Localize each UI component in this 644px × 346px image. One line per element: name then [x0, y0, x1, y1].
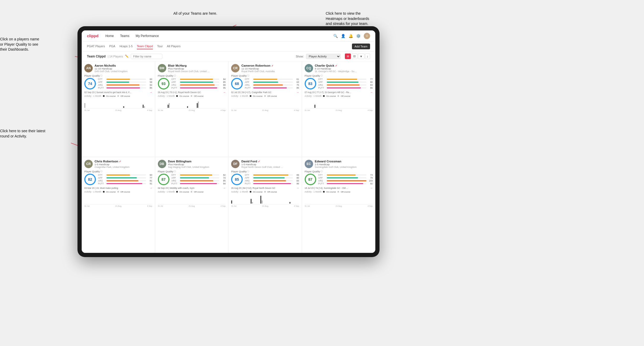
- quality-section: 83 OTT 77 APP 80 ARG 83 PUT: [305, 78, 373, 89]
- player-card[interactable]: AN Aaron Nicholls 11-15 Handicap Drift G…: [82, 61, 155, 157]
- player-avatar: CQ: [305, 64, 313, 72]
- last-round-arrow[interactable]: →: [370, 91, 373, 94]
- player-club: Royal Perth Golf Club, Australia: [241, 70, 283, 73]
- player-handicap: 1-5 Handicap: [315, 163, 373, 166]
- app-row: APP 80: [245, 177, 299, 179]
- on-course-bar: [260, 196, 261, 204]
- quality-circle[interactable]: 93: [158, 78, 169, 89]
- activity-chart: [158, 194, 226, 204]
- last-round[interactable]: 03 Mar 23 | 19, Must make putting →: [84, 187, 152, 189]
- edit-icon[interactable]: ✏️: [125, 55, 129, 58]
- nav-teams[interactable]: Teams: [120, 33, 130, 39]
- activity-header: Activity · 1 Month On course Off course: [305, 190, 373, 193]
- grid-small-view-button[interactable]: ⊟: [351, 54, 357, 59]
- chart-bar-group: [251, 199, 260, 204]
- player-club: Royal North Devon Golf Club, United Kin.…: [168, 70, 210, 73]
- player-card[interactable]: DF David Ford ✓ 1-5 Handicap Royal North…: [228, 157, 302, 253]
- player-card[interactable]: DB Dave Billingham Plus Handicap Sag Mag…: [155, 157, 229, 253]
- quality-circle[interactable]: 74: [84, 78, 96, 89]
- last-round-arrow[interactable]: →: [223, 91, 226, 94]
- heatmaps-annotation: Click here to view theHeatmaps or leader…: [326, 11, 369, 26]
- last-round[interactable]: 02 Jul 23 | 59 (+17), Craigmillar Park G…: [231, 91, 299, 94]
- filter-input[interactable]: [131, 54, 162, 59]
- on-course-bar: [123, 106, 124, 108]
- last-round[interactable]: 04 Sep 23 | Mobility with coach, Gym →: [158, 187, 226, 189]
- avatar[interactable]: U: [364, 33, 370, 39]
- player-name[interactable]: David Ford ✓: [241, 160, 299, 163]
- subnav-pga[interactable]: PGA: [109, 44, 115, 49]
- settings-icon[interactable]: ⚙️: [356, 34, 361, 38]
- activity-section: Activity · 1 Month On course Off course …: [231, 95, 299, 111]
- player-card[interactable]: CR Chris Robertson ✓ 1-5 Handicap Craigm…: [82, 157, 155, 253]
- quality-circle[interactable]: 85: [231, 174, 243, 185]
- search-icon[interactable]: 🔍: [333, 34, 338, 38]
- filter-button[interactable]: ▼: [358, 54, 365, 59]
- last-round-arrow[interactable]: →: [297, 91, 299, 94]
- player-name[interactable]: Blair McHarg: [168, 64, 226, 67]
- off-course-legend: [191, 191, 192, 193]
- player-name[interactable]: Charlie Quick ✓: [315, 64, 373, 67]
- last-round-arrow[interactable]: →: [150, 91, 152, 94]
- app-row: APP 63: [245, 81, 299, 83]
- subnav-team-clippd[interactable]: Team Clippd: [137, 44, 153, 49]
- subnav-hcaps[interactable]: Hcaps 1-5: [120, 44, 133, 49]
- player-name[interactable]: Cameron Robertson ✓: [241, 64, 299, 67]
- activity-section: Activity · 1 Month On course Off course …: [84, 95, 152, 111]
- bell-icon[interactable]: 🔔: [349, 34, 353, 38]
- last-round[interactable]: 18 Jul 23 | 74 (+4), Sunningdale GC - Ol…: [305, 187, 373, 189]
- player-handicap: 6-10 Handicap: [315, 67, 373, 70]
- quality-circle[interactable]: 68: [231, 78, 243, 89]
- on-course-bar: [143, 105, 144, 108]
- player-card[interactable]: BM Blair McHarg Plus Handicap Royal Nort…: [155, 61, 229, 157]
- player-card[interactable]: CQ Charlie Quick ✓ 6-10 Handicap St. Geo…: [302, 61, 376, 157]
- putt-row: PUTT 92: [318, 182, 373, 185]
- user-icon[interactable]: 👤: [341, 34, 345, 38]
- verified-icon: ✓: [271, 64, 273, 67]
- on-course-legend: [250, 191, 251, 193]
- add-team-button[interactable]: Add Team: [352, 44, 370, 49]
- quality-circle[interactable]: 87: [158, 174, 169, 185]
- quality-circle[interactable]: 87: [305, 174, 316, 185]
- subnav-all-players[interactable]: All Players: [167, 44, 181, 49]
- player-header: BM Blair McHarg Plus Handicap Royal Nort…: [158, 64, 226, 73]
- last-round-arrow[interactable]: →: [223, 187, 226, 189]
- player-card[interactable]: EC Edward Crossman 1-5 Handicap Sunningd…: [302, 157, 376, 253]
- subnav-pgat[interactable]: PGAT Players: [87, 44, 105, 49]
- activity-chart: [305, 98, 373, 109]
- ott-row: OTT 73: [318, 174, 373, 176]
- player-card[interactable]: CR Cameron Robertson ✓ 11-15 Handicap Ro…: [228, 61, 302, 157]
- player-info: David Ford ✓ 1-5 Handicap Royal North De…: [241, 160, 299, 168]
- player-info: Edward Crossman 1-5 Handicap Sunningdale…: [315, 160, 373, 168]
- quality-section: 87 OTT 82 APP 74 ARG 85 PUT: [158, 174, 226, 185]
- last-round[interactable]: 26 Aug 23 | 84 (+12), Royal North Devon …: [231, 187, 299, 189]
- player-avatar: DF: [231, 160, 240, 168]
- player-name[interactable]: Edward Crossman: [315, 160, 373, 163]
- player-header: DF David Ford ✓ 1-5 Handicap Royal North…: [231, 160, 299, 168]
- chart-dates: 31 Jul 21 Aug 4 Sep: [231, 205, 299, 207]
- last-round[interactable]: 02 Sep 23 | Sunset round to get back int…: [84, 91, 152, 94]
- last-round[interactable]: 26 Aug 23 | 73 (+1), Royal North Devon G…: [158, 91, 226, 94]
- sort-button[interactable]: ↕: [365, 54, 370, 59]
- stats-grid: OTT 61 APP 63 ARG 75 PUTT 85: [245, 78, 299, 89]
- ott-row: OTT 77: [318, 78, 373, 81]
- quality-circle[interactable]: 83: [305, 78, 316, 89]
- nav-home[interactable]: Home: [105, 33, 114, 39]
- player-club: St. George's Hill GC - Weybridge - Surre…: [315, 70, 357, 73]
- quality-section: 68 OTT 61 APP 63 ARG 75 PUT: [231, 78, 299, 89]
- players-grid: AN Aaron Nicholls 11-15 Handicap Drift G…: [82, 61, 375, 253]
- player-name[interactable]: Chris Robertson ✓: [95, 160, 152, 163]
- last-round-text: 07 Aug 23 | 77 (+7), St George's Hill GC…: [305, 91, 352, 94]
- quality-circle[interactable]: 82: [84, 174, 96, 185]
- show-select[interactable]: Player Activity Quality Score Trend: [306, 54, 341, 59]
- grid-view-button[interactable]: ⊞: [345, 54, 351, 59]
- last-round[interactable]: 07 Aug 23 | 77 (+7), St George's Hill GC…: [305, 91, 373, 94]
- last-round-arrow[interactable]: →: [297, 187, 299, 189]
- player-name[interactable]: Dave Billingham: [168, 160, 226, 163]
- activity-header: Activity · 1 Month On course Off course: [231, 190, 299, 193]
- player-name[interactable]: Aaron Nicholls: [95, 64, 152, 67]
- verified-icon: ✓: [335, 64, 337, 67]
- last-round-arrow[interactable]: →: [150, 187, 152, 189]
- last-round-arrow[interactable]: →: [370, 187, 373, 189]
- subnav-tour[interactable]: Tour: [157, 44, 163, 49]
- nav-my-performance[interactable]: My Performance: [135, 33, 159, 39]
